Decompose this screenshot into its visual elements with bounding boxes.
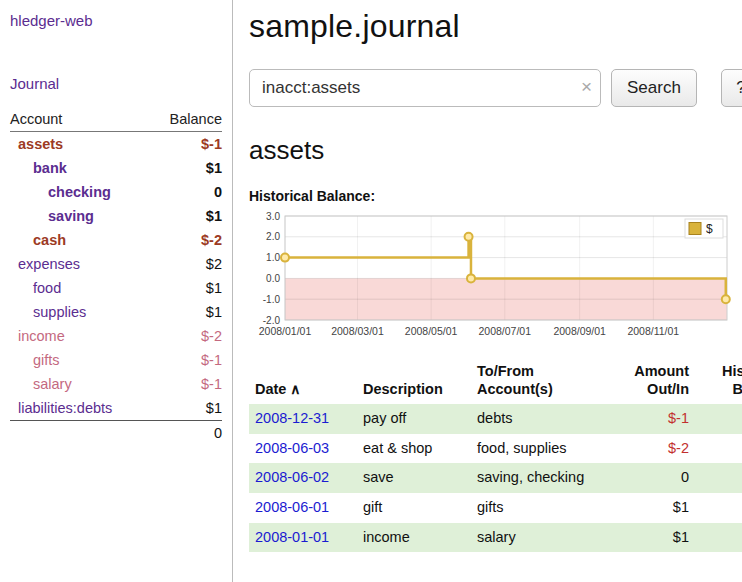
transaction-date-link[interactable]: 2008-01-01 [255, 529, 329, 545]
transaction-amount: $1 [611, 523, 695, 553]
account-link[interactable]: food [10, 280, 61, 296]
transaction-date-link[interactable]: 2008-06-02 [255, 469, 329, 485]
register-header-date[interactable]: Date ∧ [249, 360, 357, 404]
account-row: cash$-2 [10, 228, 222, 252]
transaction-historical-balance: 0 [695, 434, 742, 464]
account-balance: $-2 [150, 228, 222, 252]
transaction-amount: $-1 [611, 404, 695, 434]
account-link[interactable]: salary [10, 376, 72, 392]
account-balance: $1 [150, 156, 222, 180]
account-heading: assets [249, 135, 742, 166]
account-row: income$-2 [10, 324, 222, 348]
transaction-description: gift [357, 493, 471, 523]
header-label: Amount Out/In [634, 363, 689, 397]
search-input[interactable] [249, 69, 601, 107]
account-row: food$1 [10, 276, 222, 300]
svg-text:2008/09/01: 2008/09/01 [553, 325, 606, 337]
header-label: Historical Balance [722, 363, 742, 397]
main-content: sample.journal × Search ? assets Histori… [233, 0, 742, 582]
account-link[interactable]: checking [10, 184, 111, 200]
svg-text:3.0: 3.0 [266, 211, 280, 222]
transaction-description: pay off [357, 404, 471, 434]
account-link[interactable]: gifts [10, 352, 60, 368]
account-row: checking0 [10, 180, 222, 204]
svg-text:2008/05/01: 2008/05/01 [405, 325, 458, 337]
account-balance: $-2 [150, 324, 222, 348]
transaction-historical-balance: $2 [695, 463, 742, 493]
account-balance: 0 [150, 180, 222, 204]
account-link[interactable]: liabilities:debts [10, 400, 112, 416]
svg-text:2008/01/01: 2008/01/01 [259, 325, 312, 337]
transaction-accounts: food, supplies [471, 434, 611, 464]
register-row: 2008-01-01incomesalary$1$1 [249, 523, 742, 553]
account-link[interactable]: income [10, 328, 65, 344]
header-label: To/From Account(s) [477, 363, 553, 397]
account-balance: $-1 [150, 132, 222, 157]
header-label: Date [255, 381, 286, 397]
transaction-accounts: saving, checking [471, 463, 611, 493]
register-header-description: Description [357, 360, 471, 404]
register-table: Date ∧DescriptionTo/From Account(s)Amoun… [249, 360, 742, 552]
transaction-historical-balance: $1 [695, 523, 742, 553]
accounts-table: Account Balance assets$-1bank$1checking0… [10, 108, 222, 445]
app-window: hledger-web Journal Account Balance asse… [0, 0, 742, 582]
clear-search-icon[interactable]: × [581, 76, 592, 98]
accounts-total-row: 0 [10, 421, 222, 446]
transaction-amount: $-2 [611, 434, 695, 464]
account-link[interactable]: assets [10, 136, 63, 152]
svg-text:1.0: 1.0 [266, 252, 280, 263]
account-row: assets$-1 [10, 132, 222, 157]
account-row: salary$-1 [10, 372, 222, 396]
svg-text:-2.0: -2.0 [263, 315, 281, 326]
transaction-description: save [357, 463, 471, 493]
account-row: saving$1 [10, 204, 222, 228]
account-row: expenses$2 [10, 252, 222, 276]
transaction-date-link[interactable]: 2008-06-01 [255, 499, 329, 515]
transaction-date-link[interactable]: 2008-12-31 [255, 410, 329, 426]
accounts-total-balance: 0 [10, 421, 222, 446]
accounts-header-balance: Balance [150, 108, 222, 132]
register-row: 2008-06-02savesaving, checking0$2 [249, 463, 742, 493]
page-title: sample.journal [249, 8, 742, 45]
account-link[interactable]: supplies [10, 304, 86, 320]
app-title-link[interactable]: hledger-web [10, 12, 222, 29]
transaction-amount: $1 [611, 493, 695, 523]
search-button[interactable]: Search [611, 69, 697, 107]
account-row: bank$1 [10, 156, 222, 180]
account-balance: $1 [150, 396, 222, 421]
account-balance: $1 [150, 300, 222, 324]
svg-text:$: $ [706, 222, 713, 236]
account-link[interactable]: cash [10, 232, 66, 248]
sidebar: hledger-web Journal Account Balance asse… [0, 0, 233, 582]
transaction-historical-balance: $-1 [695, 404, 742, 434]
account-row: liabilities:debts$1 [10, 396, 222, 421]
svg-text:0.0: 0.0 [266, 273, 280, 284]
account-link[interactable]: bank [10, 160, 67, 176]
account-row: supplies$1 [10, 300, 222, 324]
account-row: gifts$-1 [10, 348, 222, 372]
transaction-date-link[interactable]: 2008-06-03 [255, 440, 329, 456]
svg-text:2008/11/01: 2008/11/01 [627, 325, 679, 337]
account-link[interactable]: expenses [10, 256, 80, 272]
help-button[interactable]: ? [721, 69, 742, 107]
search-bar: × Search ? [249, 69, 742, 107]
search-box: × [249, 69, 601, 107]
account-balance: $1 [150, 204, 222, 228]
transaction-description: income [357, 523, 471, 553]
accounts-header-account: Account [10, 108, 150, 132]
account-balance: $1 [150, 276, 222, 300]
transaction-amount: 0 [611, 463, 695, 493]
svg-text:-1.0: -1.0 [263, 294, 281, 305]
transaction-accounts: gifts [471, 493, 611, 523]
historical-balance-chart: 3.02.01.00.0-1.0-2.02008/01/012008/03/01… [249, 208, 742, 354]
account-link[interactable]: saving [10, 208, 94, 224]
sidebar-item-journal[interactable]: Journal [10, 75, 222, 92]
register-header-row: Date ∧DescriptionTo/From Account(s)Amoun… [249, 360, 742, 404]
svg-text:2008/07/01: 2008/07/01 [479, 325, 532, 337]
transaction-accounts: salary [471, 523, 611, 553]
header-label: Description [363, 381, 443, 397]
register-header-historical-balance: Historical Balance [695, 360, 742, 404]
register-row: 2008-06-03eat & shopfood, supplies$-20 [249, 434, 742, 464]
account-balance: $2 [150, 252, 222, 276]
transaction-accounts: debts [471, 404, 611, 434]
